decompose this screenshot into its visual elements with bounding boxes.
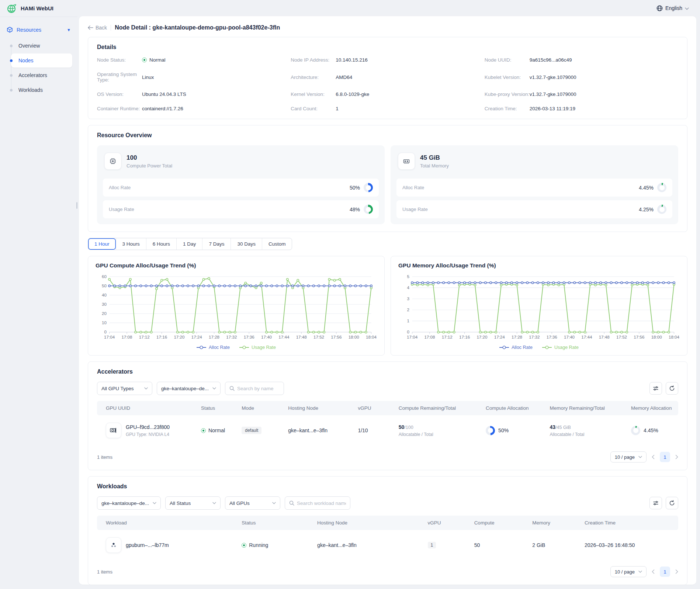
progress-ring bbox=[657, 205, 666, 214]
column-settings-button[interactable] bbox=[649, 382, 662, 395]
chart-title: GPU Compute Alloc/Usage Trend (%) bbox=[96, 262, 377, 269]
resource-overview-title: Resource Overview bbox=[97, 132, 678, 139]
chevron-down-icon bbox=[153, 502, 156, 504]
svg-text:1: 1 bbox=[407, 318, 409, 323]
workload-name-link[interactable]: gpuburn–...–lb77m bbox=[126, 542, 169, 548]
prev-page-button[interactable] bbox=[652, 569, 655, 574]
column-settings-button[interactable] bbox=[649, 497, 662, 509]
sidebar-section-resources[interactable]: Resources ▼ bbox=[0, 23, 77, 37]
app-root: HAMi WebUI Resources ▼ Overview Nodes Ac… bbox=[0, 0, 700, 589]
svg-text:17:08: 17:08 bbox=[424, 335, 435, 339]
sidebar-item-overview[interactable]: Overview bbox=[11, 39, 72, 53]
tab-6-hours[interactable]: 6 Hours bbox=[146, 238, 176, 250]
creation-time: 2026–03–26 16:48:50 bbox=[585, 542, 635, 548]
memory-alloc-rate-row: Alloc Rate 4.45% bbox=[396, 179, 672, 197]
tab-1-hour[interactable]: 1 Hour bbox=[88, 238, 116, 250]
search-input[interactable] bbox=[237, 386, 280, 391]
svg-text:2: 2 bbox=[407, 307, 409, 312]
vgpu-tag: 1 bbox=[428, 542, 436, 548]
chevron-down-icon bbox=[685, 5, 689, 11]
memory-overview-card: 45 GiB Total Memory Alloc Rate 4.45% Usa… bbox=[391, 145, 678, 224]
svg-text:17:48: 17:48 bbox=[599, 335, 610, 339]
svg-text:18:00: 18:00 bbox=[349, 335, 359, 339]
svg-text:17:16: 17:16 bbox=[459, 335, 470, 339]
chip-icon bbox=[104, 153, 121, 170]
status-badge: Running bbox=[249, 542, 268, 548]
tab-3-hours[interactable]: 3 Hours bbox=[116, 238, 146, 250]
sidebar-item-label: Nodes bbox=[18, 58, 33, 63]
svg-text:17:32: 17:32 bbox=[529, 335, 540, 339]
page-size-select[interactable]: 10 / page bbox=[610, 451, 647, 462]
sidebar: HAMi WebUI Resources ▼ Overview Nodes Ac… bbox=[0, 0, 77, 589]
tab-custom[interactable]: Custom bbox=[262, 238, 292, 250]
prev-page-button[interactable] bbox=[652, 455, 655, 459]
progress-ring bbox=[364, 183, 373, 192]
tab-7-days[interactable]: 7 Days bbox=[202, 238, 231, 250]
field-node-status: Node Status: Normal bbox=[97, 57, 291, 63]
brand-title: HAMi WebUI bbox=[21, 5, 53, 11]
status-normal-icon bbox=[142, 58, 147, 62]
legend-usage-rate[interactable]: Usage Rate bbox=[542, 345, 579, 350]
sidebar-resize-handle[interactable] bbox=[76, 202, 77, 209]
page-number[interactable]: 1 bbox=[660, 567, 670, 577]
sidebar-item-accelerators[interactable]: Accelerators bbox=[11, 68, 72, 82]
table-row: GPU–f9cd...23f800 GPU Type: NVIDIA L4 No… bbox=[97, 415, 678, 446]
svg-text:17:56: 17:56 bbox=[634, 335, 644, 339]
chevron-down-icon: ▼ bbox=[67, 28, 71, 32]
hosting-node: gke–kant...e–3fln bbox=[288, 427, 328, 433]
svg-text:17:36: 17:36 bbox=[547, 335, 557, 339]
sidebar-item-label: Overview bbox=[18, 43, 40, 49]
search-input[interactable] bbox=[297, 500, 346, 506]
usage-rate-value: 48% bbox=[350, 207, 360, 212]
field-kube-proxy-version: Kube-proxy Version:v1.32.7-gke.1079000 bbox=[485, 91, 678, 97]
sidebar-item-workloads[interactable]: Workloads bbox=[11, 83, 72, 97]
node-select[interactable]: gke–kantaloupe–de... bbox=[157, 382, 221, 395]
ram-icon bbox=[398, 153, 415, 170]
workload-status-select[interactable]: All Status bbox=[165, 496, 221, 510]
tab-1-day[interactable]: 1 Day bbox=[176, 238, 202, 250]
compute-value: 50 bbox=[474, 542, 480, 548]
memory-trend-chart: 01234517:0417:0817:1217:1617:2017:2417:2… bbox=[398, 273, 680, 343]
tab-30-days[interactable]: 30 Days bbox=[231, 238, 262, 250]
svg-text:60: 60 bbox=[102, 274, 107, 279]
gpu-uuid-link[interactable]: GPU–f9cd...23f800 bbox=[126, 424, 170, 430]
field-architecture: Architecture:AMD64 bbox=[291, 72, 484, 83]
svg-text:17:28: 17:28 bbox=[512, 335, 522, 339]
field-label: Node Status: bbox=[97, 57, 142, 63]
gpu-type-select[interactable]: All GPU Types bbox=[97, 382, 152, 395]
compute-total-label: Compute Power Total bbox=[127, 163, 172, 169]
pods-icon bbox=[106, 537, 121, 553]
progress-ring bbox=[657, 183, 666, 192]
next-page-button[interactable] bbox=[675, 569, 678, 574]
next-page-button[interactable] bbox=[675, 455, 678, 459]
language-selector[interactable]: English bbox=[665, 5, 682, 11]
field-os-version: OS Version:Ubuntu 24.04.3 LTS bbox=[97, 91, 291, 97]
memory-remaining: 43 bbox=[550, 424, 555, 430]
refresh-button[interactable] bbox=[666, 497, 678, 509]
chevron-down-icon bbox=[638, 571, 642, 573]
compute-trend-chart-card: GPU Compute Alloc/Usage Trend (%) 010203… bbox=[88, 256, 385, 356]
page-size-select[interactable]: 10 / page bbox=[610, 566, 647, 577]
workloads-title: Workloads bbox=[97, 483, 678, 490]
sidebar-item-label: Accelerators bbox=[18, 72, 47, 78]
sidebar-item-nodes[interactable]: Nodes bbox=[11, 53, 72, 67]
svg-text:17:28: 17:28 bbox=[209, 335, 219, 339]
accelerators-card: Accelerators All GPU Types gke–kantaloup… bbox=[88, 361, 687, 470]
svg-text:17:20: 17:20 bbox=[477, 335, 487, 339]
svg-text:50: 50 bbox=[102, 283, 107, 288]
workload-gpu-select[interactable]: All GPUs bbox=[225, 496, 280, 510]
legend-usage-rate[interactable]: Usage Rate bbox=[239, 345, 276, 350]
sidebar-nav: Resources ▼ Overview Nodes Accelerators … bbox=[0, 17, 77, 98]
table-header-row: Workload Status Hosting Node vGPU Comput… bbox=[97, 516, 678, 530]
page-title: Node Detail : gke-kantaloupe-demo-gpu-po… bbox=[115, 24, 280, 31]
search-icon bbox=[289, 500, 294, 506]
workload-node-select[interactable]: gke–kantaloupe–de... bbox=[97, 496, 161, 510]
svg-text:17:12: 17:12 bbox=[139, 335, 150, 339]
legend-alloc-rate[interactable]: Alloc Rate bbox=[197, 345, 230, 350]
back-button[interactable]: Back bbox=[88, 25, 107, 31]
refresh-button[interactable] bbox=[666, 382, 678, 395]
main-panel: Back Node Detail : gke-kantaloupe-demo-g… bbox=[79, 16, 696, 585]
details-grid: Node Status: Normal Node IP Address:10.1… bbox=[97, 57, 678, 111]
legend-alloc-rate[interactable]: Alloc Rate bbox=[499, 345, 533, 350]
page-number[interactable]: 1 bbox=[660, 452, 670, 462]
